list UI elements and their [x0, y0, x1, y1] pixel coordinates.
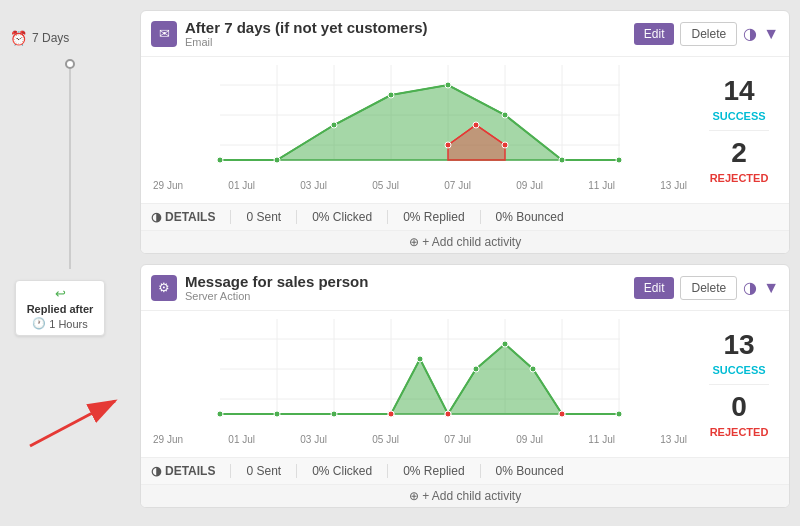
svg-point-39	[274, 411, 280, 417]
date-label: 05 Jul	[372, 434, 399, 445]
svg-point-45	[502, 341, 508, 347]
bounced-stat-2: 0% Bounced	[481, 464, 579, 478]
red-arrow	[20, 386, 130, 456]
svg-marker-13	[220, 85, 619, 160]
footer-details-1[interactable]: ◑ DETAILS	[151, 210, 231, 224]
chart-area-2: 29 Jun 01 Jul 03 Jul 05 Jul 07 Jul 09 Ju…	[151, 319, 689, 449]
pie-chart-icon-1[interactable]: ◑	[743, 24, 757, 43]
hours-text: 1 Hours	[49, 318, 88, 330]
card-subtitle-1: Email	[185, 36, 626, 48]
stat-divider-2	[709, 384, 769, 385]
rejected-count-1: 2	[731, 139, 747, 167]
card-footer-2: ◑ DETAILS 0 Sent 0% Clicked 0% Replied 0…	[141, 457, 789, 484]
stats-area-2: 13 SUCCESS 0 REJECTED	[699, 319, 779, 449]
card-subtitle-2: Server Action	[185, 290, 626, 302]
date-label: 01 Jul	[228, 434, 255, 445]
sent-stat-1: 0 Sent	[231, 210, 297, 224]
timeline-line	[69, 69, 71, 269]
svg-point-44	[473, 366, 479, 372]
date-label: 11 Jul	[588, 434, 615, 445]
success-count-2: 13	[723, 331, 754, 359]
date-label: 09 Jul	[516, 434, 543, 445]
chart-svg-1	[151, 65, 689, 175]
chart-area-1: 29 Jun 01 Jul 03 Jul 05 Jul 07 Jul 09 Ju…	[151, 65, 689, 195]
add-child-2[interactable]: ⊕ + Add child activity	[141, 484, 789, 507]
sent-stat-2: 0 Sent	[231, 464, 297, 478]
stat-divider-1	[709, 130, 769, 131]
clock-small-icon: 🕐	[32, 317, 46, 330]
rejected-label-1: REJECTED	[710, 172, 769, 184]
pie-icon-small-2: ◑	[151, 464, 161, 478]
svg-point-15	[217, 157, 223, 163]
stats-area-1: 14 SUCCESS 2 REJECTED	[699, 65, 779, 195]
reply-icon: ↩	[55, 286, 66, 301]
svg-point-46	[530, 366, 536, 372]
card-footer-1: ◑ DETAILS 0 Sent 0% Clicked 0% Replied 0…	[141, 203, 789, 230]
card-title-2: Message for sales person	[185, 273, 626, 290]
svg-point-20	[502, 112, 508, 118]
add-icon-1: ⊕	[409, 235, 419, 249]
success-count-1: 14	[723, 77, 754, 105]
delete-button-2[interactable]: Delete	[680, 276, 737, 300]
success-label-1: SUCCESS	[712, 110, 765, 122]
replied-after-text: Replied after	[27, 303, 94, 315]
days-label-block: ⏰ 7 Days	[10, 30, 140, 46]
svg-marker-37	[220, 344, 619, 414]
chart-dates-2: 29 Jun 01 Jul 03 Jul 05 Jul 07 Jul 09 Ju…	[151, 434, 689, 445]
replied-after-block: ↩ Replied after 🕐 1 Hours	[15, 280, 105, 336]
date-label: 01 Jul	[228, 180, 255, 191]
svg-point-40	[331, 411, 337, 417]
pie-icon-small: ◑	[151, 210, 161, 224]
delete-button-1[interactable]: Delete	[680, 22, 737, 46]
date-label: 13 Jul	[660, 434, 687, 445]
svg-point-42	[417, 356, 423, 362]
add-child-label-1: + Add child activity	[422, 235, 521, 249]
activity-card-2: ⚙ Message for sales person Server Action…	[140, 264, 790, 508]
svg-point-17	[331, 122, 337, 128]
svg-point-48	[616, 411, 622, 417]
details-label-1: DETAILS	[165, 210, 215, 224]
edit-button-2[interactable]: Edit	[634, 277, 675, 299]
filter-icon-2[interactable]: ▼	[763, 279, 779, 297]
card-title-1: After 7 days (if not yet customers)	[185, 19, 626, 36]
date-label: 09 Jul	[516, 180, 543, 191]
card-title-block-2: Message for sales person Server Action	[185, 273, 626, 302]
svg-point-16	[274, 157, 280, 163]
date-label: 03 Jul	[300, 180, 327, 191]
rejected-count-2: 0	[731, 393, 747, 421]
filter-icon-1[interactable]: ▼	[763, 25, 779, 43]
date-label: 29 Jun	[153, 180, 183, 191]
date-label: 29 Jun	[153, 434, 183, 445]
footer-details-2[interactable]: ◑ DETAILS	[151, 464, 231, 478]
svg-line-1	[30, 401, 115, 446]
card-title-block-1: After 7 days (if not yet customers) Emai…	[185, 19, 626, 48]
header-actions-2: Edit Delete ◑ ▼	[634, 276, 779, 300]
svg-point-21	[559, 157, 565, 163]
clicked-stat-1: 0% Clicked	[297, 210, 388, 224]
success-label-2: SUCCESS	[712, 364, 765, 376]
date-label: 07 Jul	[444, 434, 471, 445]
svg-point-18	[388, 92, 394, 98]
svg-point-25	[502, 142, 508, 148]
left-sidebar: ⏰ 7 Days ↩ Replied after 🕐 1 Hours	[10, 10, 140, 516]
chart-svg-2	[151, 319, 689, 429]
card-header-1: ✉ After 7 days (if not yet customers) Em…	[141, 11, 789, 57]
svg-point-23	[445, 142, 451, 148]
date-label: 13 Jul	[660, 180, 687, 191]
email-icon-badge: ✉	[151, 21, 177, 47]
server-icon-badge: ⚙	[151, 275, 177, 301]
svg-point-51	[559, 411, 565, 417]
svg-point-24	[473, 122, 479, 128]
header-actions-1: Edit Delete ◑ ▼	[634, 22, 779, 46]
add-child-1[interactable]: ⊕ + Add child activity	[141, 230, 789, 253]
edit-button-1[interactable]: Edit	[634, 23, 675, 45]
replied-stat-2: 0% Replied	[388, 464, 480, 478]
pie-chart-icon-2[interactable]: ◑	[743, 278, 757, 297]
svg-point-49	[388, 411, 394, 417]
details-label-2: DETAILS	[165, 464, 215, 478]
activity-card-1: ✉ After 7 days (if not yet customers) Em…	[140, 10, 790, 254]
content-area: ✉ After 7 days (if not yet customers) Em…	[140, 10, 790, 516]
card-body-1: 29 Jun 01 Jul 03 Jul 05 Jul 07 Jul 09 Ju…	[141, 57, 789, 203]
date-label: 03 Jul	[300, 434, 327, 445]
rejected-label-2: REJECTED	[710, 426, 769, 438]
